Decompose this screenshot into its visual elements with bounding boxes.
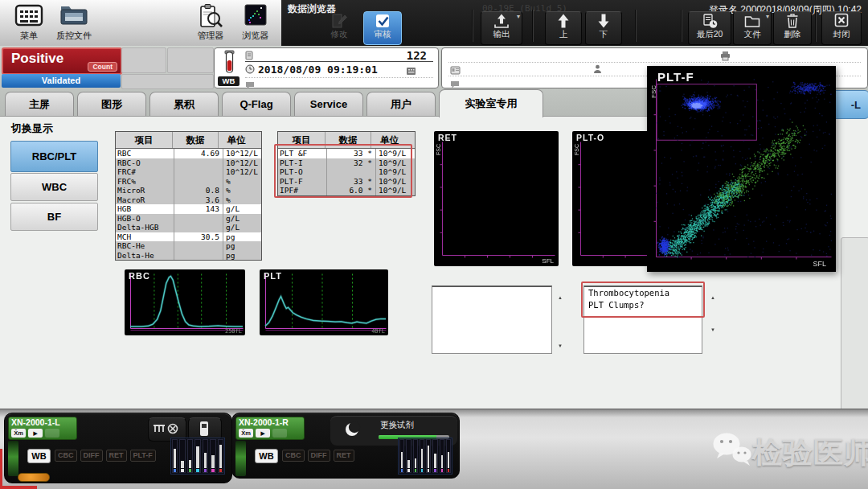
qc-file-button[interactable]: 质控文件 (50, 3, 98, 43)
param-unit: g/L (223, 214, 261, 224)
plt-range-label: 40fL (371, 328, 385, 335)
table-row: Delta-He pg (116, 251, 261, 261)
reagent-bar (432, 439, 437, 473)
scroll-down-arrow[interactable]: ▼ (558, 343, 563, 348)
plt-o-y-axis-label: FSC (574, 144, 579, 155)
inactive-badge (45, 429, 59, 438)
review-button[interactable]: 审核 (363, 11, 402, 45)
sample-info-box[interactable]: WB 122 2018/08/09 09:19:01 (214, 47, 439, 88)
plt-f-scattergram-window[interactable]: PLT-F FSC SFL (647, 66, 836, 272)
scroll-down-arrow[interactable]: ▼ (710, 327, 715, 332)
ret-y-axis-label: FSC (436, 144, 441, 155)
plt-histogram-title: PLT (264, 271, 282, 281)
modify-icon (321, 13, 358, 29)
tab-main-screen[interactable]: 主屏 (5, 92, 74, 117)
modify-button[interactable]: 修改 (320, 11, 358, 45)
param-value (174, 177, 223, 187)
plt-values-highlight-box (274, 144, 412, 198)
qc-file-label: 质控文件 (50, 30, 98, 42)
param-value: 3.6 (174, 195, 223, 205)
up-button[interactable]: 上 (545, 11, 582, 45)
patient-icon (593, 63, 602, 77)
param-value (174, 167, 223, 177)
param-value: 0.8 (174, 186, 223, 195)
reagent-bar (179, 439, 185, 473)
reagent-level-bars (398, 438, 452, 475)
analyzer-panel-left[interactable]: XN-2000-1-L X̄m ▶ WB CBCDIFFRETPLT-F (4, 413, 232, 483)
analyzed-datetime: 2018/08/09 09:19:01 (258, 64, 378, 76)
patient-id-icon (450, 64, 461, 78)
analyzer-status-bar: XN-2000-1-L X̄m ▶ WB CBCDIFFRETPLT-F XN-… (0, 409, 868, 489)
down-button[interactable]: 下 (585, 11, 622, 45)
table-row: MCH30.5 pg (116, 232, 261, 242)
table-row: HGB-O g/L (116, 214, 261, 224)
qc-file-icon (50, 3, 98, 29)
analyzer-panel-right[interactable]: XN-2000-1-R X̄m ▶ 更换试剂 WB CBCDIFFRET (231, 413, 460, 479)
positive-label: Positive (11, 51, 63, 67)
rbc-histogram[interactable]: RBC 250fL (125, 269, 245, 335)
param-unit: % (223, 186, 261, 195)
toolbar-dark-section: 数据浏览器 00-19E (Build 5) 登录名 2000 2018/08/… (281, 0, 868, 46)
row-divider (448, 61, 861, 63)
param-name: FRC% (116, 177, 174, 187)
param-value (174, 241, 223, 251)
delete-label: 删除 (774, 29, 811, 39)
param-unit: 10^12/L (223, 167, 261, 177)
crop-artifact (0, 486, 37, 489)
param-name: FRC# (116, 167, 174, 177)
analyzer-name-badge: XN-2000-1-L X̄m ▶ (8, 417, 77, 440)
output-icon (481, 13, 522, 29)
scroll-up-arrow[interactable]: ▲ (710, 295, 715, 300)
tab-graph[interactable]: 图形 (77, 92, 146, 117)
sampler-run-badge: ▶ (256, 429, 270, 438)
table-row: HGB143 g/L (116, 204, 261, 214)
display-switch-bf[interactable]: BF (10, 203, 98, 231)
menu-label: 菜单 (10, 30, 48, 42)
sampler-run-badge: ▶ (28, 429, 43, 438)
analyzer-name: XN-2000-1-R (239, 417, 289, 427)
tab-user[interactable]: 用户 (366, 92, 436, 117)
tab-laboratory[interactable]: 实验室专用 (439, 89, 543, 117)
display-switch-wbc[interactable]: WBC (10, 173, 98, 201)
plt-histogram[interactable]: PLT 40fL (260, 269, 388, 335)
column-header: 单位 (219, 132, 254, 148)
clock-icon (245, 63, 255, 76)
tube-icon (219, 50, 239, 79)
sampler-off-icon (149, 418, 184, 439)
wbc-flag-listbox[interactable] (432, 286, 552, 354)
ret-scattergram[interactable]: RET FSC SFL (434, 131, 559, 266)
output-button[interactable]: ▾ 输出 (481, 11, 522, 45)
close-label: 封闭 (822, 29, 861, 39)
sample-comment-row (245, 78, 433, 87)
param-value (174, 214, 223, 224)
inactive-mode-badge: PLT-F (130, 450, 156, 462)
param-name: Delta-He (116, 251, 174, 261)
plt-f-y-axis-label: FSC (650, 85, 657, 98)
menu-button[interactable]: 菜单 (10, 3, 48, 43)
reagent-bar (426, 439, 431, 473)
ret-x-axis-label: SFL (542, 257, 554, 265)
inactive-modes: CBCDIFFRET (282, 450, 354, 462)
count-badge: Count (88, 62, 117, 72)
browser-button[interactable]: 浏览器 (235, 3, 276, 43)
manager-button[interactable]: 管理器 (190, 3, 231, 43)
display-switch-title: 切换显示 (11, 121, 53, 136)
last20-button[interactable]: 最后20 (688, 11, 731, 45)
close-button[interactable]: 封闭 (821, 11, 862, 45)
tab-cumulative[interactable]: 累积 (149, 92, 219, 117)
scroll-up-arrow[interactable]: ▲ (558, 295, 563, 300)
reagent-bar (187, 439, 193, 473)
display-switch-rbc-plt[interactable]: RBC/PLT (10, 141, 98, 172)
param-unit: % (223, 177, 261, 187)
param-name: HGB (116, 204, 174, 214)
table-row: RBC-He pg (116, 241, 261, 251)
table-row: Delta-HGB g/L (116, 223, 261, 232)
plt-f-scattergram-canvas (647, 66, 836, 272)
param-name: RBC (116, 149, 174, 158)
table-header-row: 项目数据单位 (116, 132, 261, 149)
tab-service[interactable]: Service (294, 92, 363, 117)
file-button[interactable]: ▾ 文件 (733, 11, 772, 45)
param-value: 4.69 (174, 149, 223, 158)
tab-q-flag[interactable]: Q-Flag (222, 92, 291, 117)
delete-button[interactable]: 删除 (773, 11, 812, 45)
